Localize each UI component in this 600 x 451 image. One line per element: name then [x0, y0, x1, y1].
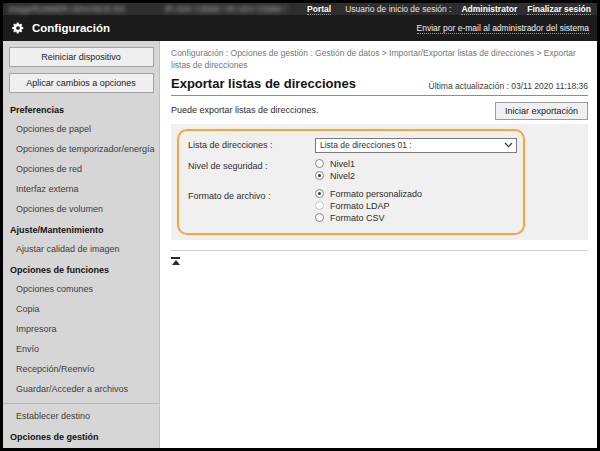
- login-user-name: Administrator: [461, 4, 517, 15]
- radio-nivel2[interactable]: Nivel2: [315, 171, 514, 181]
- radio-button-disabled-icon: [315, 201, 324, 210]
- radio-formato-personalizado-label: Formato personalizado: [330, 189, 422, 199]
- top-status-bar: imageRUNNER ADVANCE DX iR ADV C5560 / iR…: [3, 3, 597, 15]
- last-updated-text: Última actualización : 03/11 2020 11:18:…: [429, 81, 588, 91]
- sidebar-item-guardar-acceder-archivos[interactable]: Guardar/Acceder a archivos: [3, 379, 159, 399]
- sidebar-item-copia[interactable]: Copia: [3, 299, 159, 319]
- radio-nivel2-label: Nivel2: [330, 171, 355, 181]
- sidebar-item-opciones-comunes[interactable]: Opciones comunes: [3, 279, 159, 299]
- screenshot-frame: imageRUNNER ADVANCE DX iR ADV C5560 / iR…: [0, 0, 600, 451]
- file-format-label: Formato de archivo :: [188, 189, 315, 225]
- page-description: Puede exportar listas de direcciones.: [171, 102, 319, 115]
- radio-formato-csv-label: Formato CSV: [330, 213, 385, 223]
- sidebar-item-envio[interactable]: Envío: [3, 339, 159, 359]
- radio-button-selected-icon: [315, 171, 324, 180]
- sidebar-item-ajustar-calidad-imagen[interactable]: Ajustar calidad de imagen: [3, 239, 159, 259]
- device-name-redacted: iR ADV C5560 / iR ADV C5560 /: [165, 4, 286, 14]
- gear-icon: [11, 21, 25, 35]
- address-list-selected-value: Lista de direcciones 01 :: [320, 140, 412, 150]
- start-export-button[interactable]: Iniciar exportación: [495, 102, 588, 120]
- radio-nivel1[interactable]: Nivel1: [315, 159, 514, 169]
- portal-link[interactable]: Portal: [307, 4, 331, 15]
- sidebar-section-ajuste-mantenimiento: Ajuste/Mantenimiento: [3, 219, 159, 239]
- device-model-redacted: imageRUNNER ADVANCE DX: [9, 4, 125, 14]
- sidebar-item-opciones-de-papel[interactable]: Opciones de papel: [3, 119, 159, 139]
- sidebar-item-interfaz-externa[interactable]: Interfaz externa: [3, 179, 159, 199]
- radio-formato-personalizado[interactable]: Formato personalizado: [315, 189, 514, 199]
- settings-sidebar: Reiniciar dispositivo Aplicar cambios a …: [3, 41, 160, 448]
- address-list-label: Lista de direcciones :: [188, 138, 315, 153]
- security-level-label: Nivel de seguridad :: [188, 159, 315, 183]
- radio-formato-ldap[interactable]: Formato LDAP: [315, 201, 514, 211]
- breadcrumb[interactable]: Configuración : Opciones de gestión : Ge…: [171, 47, 588, 72]
- sidebar-section-preferencias: Preferencias: [3, 99, 159, 119]
- sidebar-section-opciones-de-funciones: Opciones de funciones: [3, 259, 159, 279]
- radio-button-icon: [315, 213, 324, 222]
- radio-button-selected-icon: [315, 189, 324, 198]
- app-header-bar: Configuración Enviar por e-mail al admin…: [3, 15, 597, 41]
- app-title: Configuración: [32, 22, 110, 34]
- sidebar-item-impresora[interactable]: Impresora: [3, 319, 159, 339]
- main-content: Configuración : Opciones de gestión : Ge…: [160, 41, 597, 448]
- sidebar-item-gestion-de-usuarios[interactable]: Gestión de usuarios: [3, 446, 159, 448]
- radio-button-icon: [315, 159, 324, 168]
- apply-settings-button[interactable]: Aplicar cambios a opciones: [9, 73, 154, 93]
- mail-admin-link[interactable]: Enviar por e-mail al administrador del s…: [417, 23, 589, 34]
- address-list-select[interactable]: Lista de direcciones 01 :: [315, 138, 517, 153]
- sidebar-divider: [3, 403, 159, 404]
- login-user-label: Usuario de inicio de sesión :: [345, 4, 451, 14]
- radio-formato-csv[interactable]: Formato CSV: [315, 213, 514, 223]
- sidebar-item-recepcion-reenvio[interactable]: Recepción/Reenvío: [3, 359, 159, 379]
- sidebar-item-opciones-de-red[interactable]: Opciones de red: [3, 159, 159, 179]
- sidebar-section-opciones-de-gestion: Opciones de gestión: [3, 426, 159, 446]
- page-title: Exportar listas de direcciones: [171, 76, 356, 91]
- content-bottom-divider: [171, 250, 588, 251]
- logout-link[interactable]: Finalizar sesión: [527, 4, 591, 15]
- sidebar-item-temporizador-energia[interactable]: Opciones de temporizador/energía: [3, 139, 159, 159]
- form-background-band: Lista de direcciones : Lista de direccio…: [171, 124, 588, 240]
- sidebar-item-opciones-de-volumen[interactable]: Opciones de volumen: [3, 199, 159, 219]
- restart-device-button[interactable]: Reiniciar dispositivo: [9, 47, 154, 67]
- sidebar-item-establecer-destino[interactable]: Establecer destino: [3, 406, 159, 426]
- export-options-group: Lista de direcciones : Lista de direccio…: [177, 129, 525, 235]
- chevron-down-icon: [504, 142, 513, 148]
- radio-formato-ldap-label: Formato LDAP: [330, 201, 390, 211]
- radio-nivel1-label: Nivel1: [330, 159, 355, 169]
- back-to-top-icon[interactable]: [171, 257, 180, 265]
